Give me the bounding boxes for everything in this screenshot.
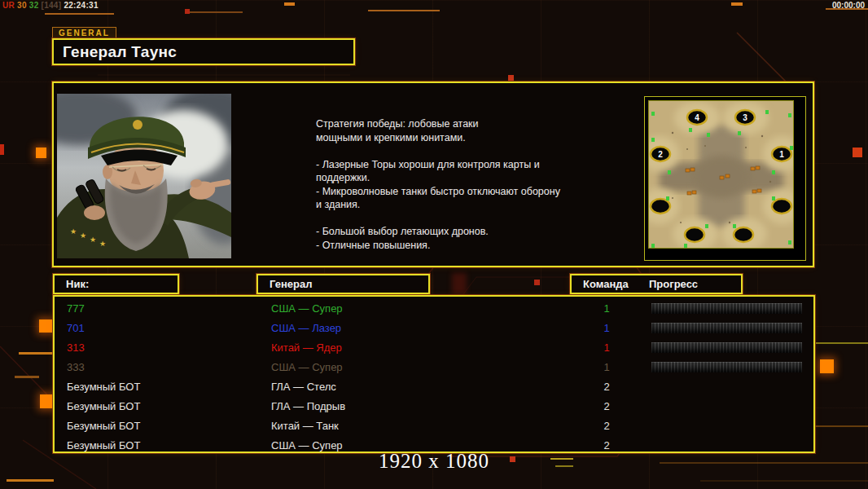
player-general: ГЛА — Стелс xyxy=(271,377,336,397)
player-nick: 701 xyxy=(67,319,85,338)
player-nick: 313 xyxy=(67,338,85,358)
player-general: ГЛА — Подрыв xyxy=(271,397,345,416)
header-label: Прогресс xyxy=(649,278,698,290)
fps-part: 30 xyxy=(17,1,27,10)
fps-part: UR xyxy=(2,1,15,10)
column-header-team-progress: Команда Прогресс xyxy=(570,274,743,294)
player-nick: Безумный БОТ xyxy=(67,397,140,416)
page-title: Генерал Таунс xyxy=(54,43,177,61)
minimap: 1 2 3 4 xyxy=(644,96,806,261)
decor-square xyxy=(820,359,834,373)
column-header-general: Генерал xyxy=(256,274,430,294)
decor-dash xyxy=(45,13,114,15)
progress-bar xyxy=(651,342,802,353)
header-label: Генерал xyxy=(258,278,312,290)
player-nick: Безумный БОТ xyxy=(67,416,140,436)
player-general: Китай — Ядер xyxy=(271,338,342,358)
player-nick: Безумный БОТ xyxy=(67,377,140,397)
decor-dash xyxy=(284,2,295,6)
player-general: США — Супер xyxy=(271,358,343,377)
general-portrait: ★★ ★★ xyxy=(57,94,231,258)
decor-square xyxy=(36,148,46,158)
player-row: 701 США — Лазер 1 xyxy=(55,319,813,338)
match-timer: 00:00:00 xyxy=(832,1,865,10)
general-title-box: Генерал Таунс xyxy=(52,38,355,65)
player-nick: 333 xyxy=(67,358,85,377)
fps-part: 32 xyxy=(29,1,39,10)
player-row: 777 США — Супер 1 xyxy=(55,299,813,319)
minimap-start-2: 2 xyxy=(658,150,663,159)
progress-bar xyxy=(651,323,802,333)
progress-bar xyxy=(651,362,802,372)
svg-text:★: ★ xyxy=(70,227,77,236)
player-row: 333 США — Супер 1 xyxy=(55,358,813,377)
player-general: США — Супер xyxy=(271,299,343,319)
fps-counter: UR3032[144]22:24:31 xyxy=(2,1,101,10)
player-general: США — Лазер xyxy=(271,319,341,338)
roster-panel: 777 США — Супер 1 701 США — Лазер 1 313 … xyxy=(53,295,815,453)
strategy-text: Стратегия победы: лобовые атаки мощными … xyxy=(316,117,589,252)
decor-dash xyxy=(19,352,53,355)
minimap-image: 1 2 3 4 xyxy=(648,100,794,249)
player-team: 2 xyxy=(594,377,619,397)
decor-dash xyxy=(7,479,54,482)
decor-dash xyxy=(368,10,440,11)
fps-part: [144] xyxy=(42,1,62,10)
svg-text:★: ★ xyxy=(99,240,106,248)
minimap-start-3: 3 xyxy=(743,113,747,122)
player-team: 1 xyxy=(594,299,619,319)
resolution-label: 1920 x 1080 xyxy=(0,450,868,473)
progress-bar xyxy=(651,303,802,314)
decor-square xyxy=(0,144,4,155)
decor-dash xyxy=(15,376,39,378)
player-row: Безумный БОТ Китай — Танк 2 xyxy=(55,416,813,436)
decor-square xyxy=(40,394,54,408)
player-team: 1 xyxy=(594,319,619,338)
decor-square xyxy=(39,319,52,333)
decor-square xyxy=(508,75,514,81)
decor-dash xyxy=(186,11,243,13)
header-label: Ник: xyxy=(55,278,89,290)
decor-square xyxy=(853,148,862,157)
minimap-start-4: 4 xyxy=(695,113,699,122)
player-team: 1 xyxy=(594,338,619,358)
fps-clock: 22:24:31 xyxy=(64,1,98,10)
column-header-nick: Ник: xyxy=(53,274,179,294)
general-portrait-image: ★★ ★★ xyxy=(57,94,231,258)
player-general: Китай — Танк xyxy=(271,416,339,436)
header-label: Команда xyxy=(572,278,629,290)
player-team: 2 xyxy=(594,397,619,416)
player-row: Безумный БОТ ГЛА — Подрыв 2 xyxy=(55,397,813,416)
minimap-start-1: 1 xyxy=(779,150,784,159)
player-row: Безумный БОТ ГЛА — Стелс 2 xyxy=(55,377,813,397)
loading-screen: UR3032[144]22:24:31 00:00:00 GENERAL Ген… xyxy=(0,0,868,489)
player-team: 1 xyxy=(594,358,619,377)
decor-square xyxy=(534,280,540,285)
decor-square xyxy=(185,9,190,14)
decor-dash xyxy=(731,2,743,6)
player-team: 2 xyxy=(594,416,619,436)
briefing-panel: ★★ ★★ Стратегия победы: лобовые атаки мо… xyxy=(52,82,814,267)
player-nick: 777 xyxy=(67,299,85,319)
decor-blob xyxy=(452,273,467,294)
svg-text:★: ★ xyxy=(90,236,96,244)
svg-text:★: ★ xyxy=(80,231,86,240)
player-row: 313 Китай — Ядер 1 xyxy=(55,338,813,358)
